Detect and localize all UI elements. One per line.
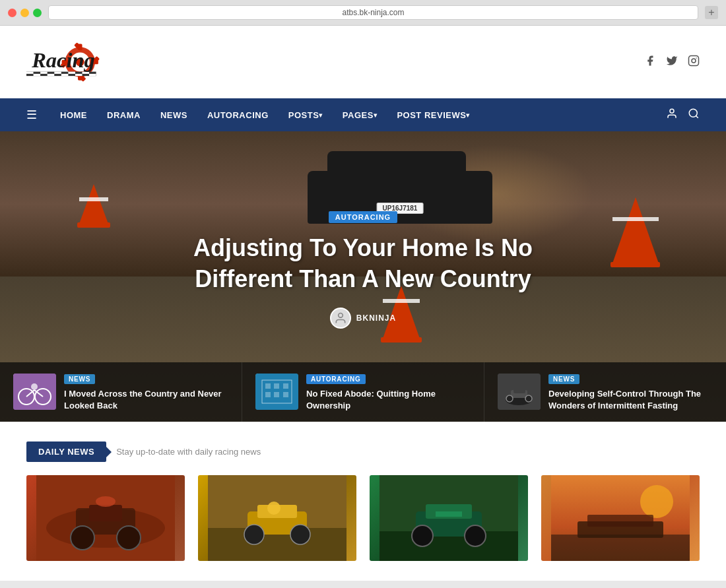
- address-bar[interactable]: atbs.bk-ninja.com: [48, 5, 698, 20]
- svg-rect-47: [513, 387, 525, 393]
- nav-right-icons: [666, 108, 700, 122]
- svg-rect-19: [61, 74, 69, 76]
- minimize-button[interactable]: [20, 9, 29, 17]
- nav-drama[interactable]: DRAMA: [97, 98, 150, 131]
- svg-rect-43: [283, 392, 288, 397]
- news-card-2[interactable]: [198, 475, 356, 561]
- author-avatar: [330, 308, 351, 329]
- svg-point-26: [670, 109, 674, 113]
- svg-point-68: [412, 525, 433, 546]
- section-subtitle: Stay up-to-date with daily racing news: [116, 447, 261, 457]
- news-card-bg-1: [26, 475, 185, 561]
- nav-posts[interactable]: POSTS: [279, 98, 333, 131]
- maximize-button[interactable]: [33, 9, 42, 17]
- svg-point-53: [71, 526, 94, 550]
- instagram-icon[interactable]: [688, 55, 700, 69]
- hero-section: UP16J7181 AUTORACING Adjusting To Your: [0, 131, 726, 422]
- svg-rect-75: [587, 515, 653, 527]
- svg-rect-17: [34, 74, 41, 76]
- news-card-bg-4: [541, 475, 700, 561]
- website-container: Racing ☰ HOME DRAMA NEWS AUTORACING POST…: [0, 26, 726, 581]
- svg-point-49: [525, 395, 532, 402]
- story-content-3: NEWS Developing Self-Control Through The…: [548, 372, 713, 412]
- svg-rect-18: [48, 74, 55, 76]
- close-button[interactable]: [8, 9, 16, 17]
- stories-strip: NEWS I Moved Across the Country and Neve…: [0, 362, 726, 422]
- section-title-badge: DAILY NEWS: [26, 441, 106, 462]
- svg-rect-38: [265, 383, 271, 389]
- story-content-1: NEWS I Moved Across the Country and Neve…: [64, 372, 228, 412]
- story-thumb-2: [255, 374, 298, 410]
- user-icon[interactable]: [666, 108, 678, 122]
- nav-autoracing[interactable]: AUTORACING: [197, 98, 279, 131]
- svg-point-62: [290, 525, 310, 544]
- svg-point-48: [506, 395, 513, 402]
- story-badge-1: NEWS: [64, 374, 95, 384]
- news-grid: [26, 475, 700, 561]
- news-card-img-3: [370, 475, 528, 561]
- nav-news[interactable]: NEWS: [150, 98, 197, 131]
- nav-post-reviews[interactable]: POST REVIEWS: [387, 98, 479, 131]
- svg-point-25: [696, 57, 697, 59]
- story-title-3: Developing Self-Control Through The Wond…: [548, 388, 713, 412]
- svg-rect-20: [75, 74, 82, 76]
- svg-rect-41: [265, 392, 271, 397]
- svg-point-27: [689, 109, 697, 117]
- svg-rect-21: [89, 74, 96, 76]
- nav-items: HOME DRAMA NEWS AUTORACING POSTS PAGES P…: [50, 98, 666, 131]
- main-navbar: ☰ HOME DRAMA NEWS AUTORACING POSTS PAGES…: [0, 98, 726, 131]
- hamburger-menu[interactable]: ☰: [26, 108, 37, 122]
- svg-point-24: [692, 59, 696, 63]
- nav-pages[interactable]: PAGES: [333, 98, 387, 131]
- facebook-icon[interactable]: [644, 55, 656, 69]
- svg-rect-55: [89, 505, 122, 521]
- story-thumb-3: [498, 374, 541, 410]
- svg-point-63: [267, 502, 280, 515]
- traffic-lights: [8, 9, 42, 17]
- svg-point-72: [640, 485, 673, 518]
- svg-point-33: [31, 383, 38, 390]
- svg-rect-70: [436, 511, 462, 517]
- news-card-1[interactable]: [26, 475, 185, 561]
- author-name: BKNINJA: [356, 313, 396, 323]
- news-card-bg-3: [370, 475, 528, 561]
- svg-point-56: [96, 496, 116, 507]
- news-card-img-1: [26, 475, 185, 561]
- search-icon[interactable]: [688, 108, 700, 122]
- news-card-bg-2: [198, 475, 356, 561]
- news-card-3[interactable]: [370, 475, 528, 561]
- hero-title: Adjusting To Your Home Is No Different T…: [178, 233, 548, 295]
- svg-point-29: [338, 313, 343, 318]
- svg-rect-42: [274, 392, 279, 397]
- story-badge-2: AUTORACING: [306, 374, 366, 384]
- svg-rect-73: [551, 535, 690, 561]
- story-item-1[interactable]: NEWS I Moved Across the Country and Neve…: [0, 362, 242, 422]
- svg-line-28: [696, 115, 698, 117]
- daily-news-section: DAILY NEWS Stay up-to-date with daily ra…: [0, 422, 726, 581]
- news-card-img-4: [541, 475, 700, 561]
- story-item-3[interactable]: NEWS Developing Self-Control Through The…: [484, 362, 726, 422]
- news-card-img-2: [198, 475, 356, 561]
- svg-point-54: [117, 526, 141, 550]
- hero-author[interactable]: BKNINJA: [330, 308, 396, 329]
- svg-rect-40: [283, 383, 288, 389]
- news-card-4[interactable]: [541, 475, 700, 561]
- new-tab-button[interactable]: +: [705, 6, 718, 19]
- logo-area[interactable]: Racing: [26, 36, 112, 88]
- hero-category-badge[interactable]: AUTORACING: [329, 211, 397, 223]
- svg-point-61: [244, 525, 264, 544]
- twitter-icon[interactable]: [666, 55, 678, 69]
- story-title-2: No Fixed Abode: Quitting Home Ownership: [306, 388, 471, 412]
- story-badge-3: NEWS: [548, 374, 579, 384]
- svg-rect-39: [274, 383, 279, 389]
- site-header: Racing: [0, 26, 726, 98]
- section-header: DAILY NEWS Stay up-to-date with daily ra…: [26, 441, 700, 462]
- social-icons: [644, 55, 700, 69]
- nav-home[interactable]: HOME: [50, 98, 97, 131]
- svg-point-69: [465, 525, 486, 546]
- story-title-1: I Moved Across the Country and Never Loo…: [64, 388, 228, 412]
- svg-text:Racing: Racing: [31, 48, 95, 72]
- svg-rect-23: [689, 56, 699, 66]
- story-item-2[interactable]: AUTORACING No Fixed Abode: Quitting Home…: [242, 362, 484, 422]
- story-content-2: AUTORACING No Fixed Abode: Quitting Home…: [306, 372, 471, 412]
